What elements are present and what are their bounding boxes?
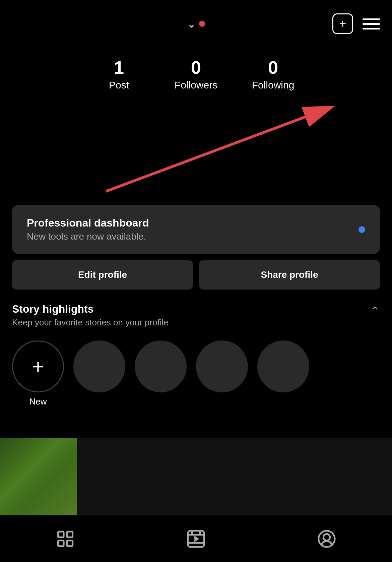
followers-stat[interactable]: 0 Followers	[157, 58, 235, 91]
posts-stat[interactable]: 1 Post	[80, 58, 157, 91]
highlight-circle-3[interactable]	[196, 340, 248, 392]
svg-rect-3	[67, 532, 73, 537]
new-highlight-label: New	[29, 396, 47, 407]
post-thumbnail-1[interactable]	[0, 438, 77, 515]
bottom-navigation	[0, 515, 392, 562]
following-label: Following	[252, 79, 295, 91]
profile-page: ⌄ + 1 Post 0 Followers 0 Following	[0, 0, 392, 562]
tagged-tab[interactable]	[317, 529, 336, 549]
hamburger-menu-button[interactable]	[363, 18, 380, 29]
svg-rect-4	[58, 540, 64, 546]
highlight-item-1[interactable]	[73, 340, 125, 407]
professional-dashboard-card[interactable]: Professional dashboard New tools are now…	[12, 205, 380, 254]
chevron-up-icon[interactable]: ⌃	[370, 304, 380, 318]
share-profile-button[interactable]: Share profile	[199, 260, 380, 290]
svg-point-13	[323, 534, 330, 540]
dashboard-notification-dot	[358, 226, 365, 233]
dashboard-text-area: Professional dashboard New tools are now…	[27, 217, 149, 242]
plus-icon: +	[339, 17, 346, 31]
red-arrow-annotation	[12, 98, 380, 198]
edit-profile-button[interactable]: Edit profile	[12, 260, 193, 290]
story-highlights-header: Story highlights Keep your favorite stor…	[12, 303, 380, 328]
svg-marker-7	[194, 536, 199, 542]
story-circles-row: + New	[12, 331, 380, 412]
dashboard-subtitle: New tools are now available.	[27, 231, 149, 242]
grid-icon	[56, 529, 75, 549]
story-highlights-subtitle: Keep your favorite stories on your profi…	[12, 317, 169, 328]
annotation-arrow-area	[12, 98, 380, 198]
notification-dot	[199, 21, 205, 27]
svg-rect-5	[67, 540, 73, 546]
highlight-circle-1[interactable]	[73, 340, 125, 392]
username-area[interactable]: ⌄	[187, 18, 205, 30]
menu-line-1	[363, 18, 380, 20]
highlight-item-2[interactable]	[135, 340, 187, 407]
following-stat[interactable]: 0 Following	[235, 58, 312, 91]
top-bar: ⌄ +	[0, 0, 392, 41]
menu-line-3	[363, 28, 380, 29]
grid-tab[interactable]	[56, 529, 75, 549]
highlight-circle-4[interactable]	[257, 340, 309, 392]
posts-count: 1	[114, 58, 124, 77]
following-count: 0	[268, 58, 278, 77]
highlight-item-4[interactable]	[257, 340, 309, 407]
profile-action-buttons: Edit profile Share profile	[12, 260, 380, 290]
highlight-item-3[interactable]	[196, 340, 248, 407]
highlight-circle-2[interactable]	[135, 340, 187, 392]
new-highlight-item[interactable]: + New	[12, 340, 64, 407]
post-image-1	[0, 438, 77, 515]
new-highlight-circle[interactable]: +	[12, 340, 64, 392]
story-highlights-section: Story highlights Keep your favorite stor…	[0, 300, 392, 412]
story-highlights-title: Story highlights	[12, 303, 169, 315]
posts-label: Post	[109, 79, 129, 91]
profile-stats: 1 Post 0 Followers 0 Following	[0, 41, 392, 98]
tagged-icon	[317, 529, 336, 549]
chevron-down-icon: ⌄	[187, 18, 196, 30]
story-highlights-text: Story highlights Keep your favorite stor…	[12, 303, 169, 328]
add-highlight-icon: +	[32, 357, 44, 377]
menu-line-2	[363, 23, 380, 25]
post-thumbnail-strip	[0, 438, 392, 515]
reels-icon	[186, 529, 206, 549]
followers-count: 0	[191, 58, 201, 77]
svg-line-1	[106, 108, 330, 191]
dashboard-title: Professional dashboard	[27, 217, 149, 229]
svg-rect-2	[58, 532, 64, 537]
reels-tab[interactable]	[186, 529, 206, 549]
followers-label: Followers	[175, 79, 217, 91]
add-content-button[interactable]: +	[332, 13, 353, 34]
